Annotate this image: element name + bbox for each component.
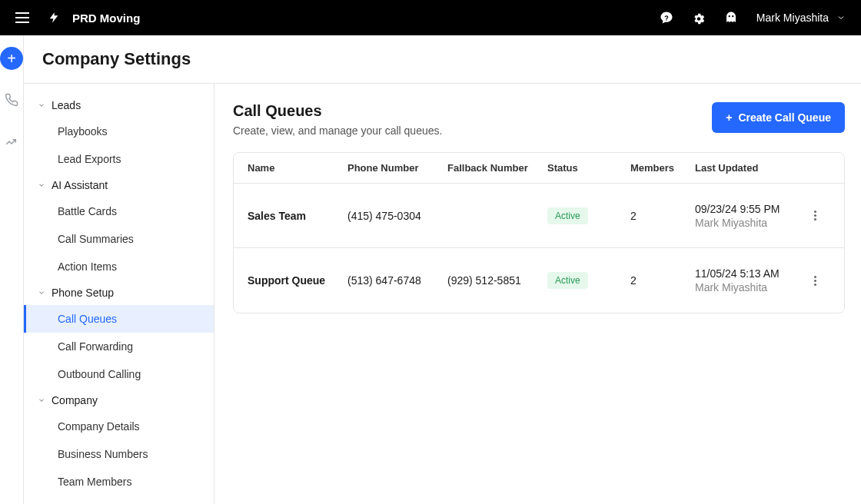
nav-item-team-members[interactable]: Team Members	[24, 468, 214, 496]
content-header: Company Settings	[24, 35, 861, 84]
nav-rail: +	[0, 35, 24, 504]
nav-item-company-details[interactable]: Company Details	[24, 413, 214, 440]
header-left: PRD Moving	[15, 10, 140, 25]
kebab-icon	[814, 276, 816, 286]
settings-gear-icon[interactable]	[692, 11, 706, 25]
nav-item-call-forwarding[interactable]: Call Forwarding	[24, 333, 214, 360]
rail-analytics[interactable]	[0, 130, 23, 153]
chart-up-icon	[5, 134, 18, 148]
page-body: + Company Settings LeadsPlaybooksLead Ex…	[0, 35, 861, 504]
bolt-logo-icon	[48, 10, 60, 25]
section-subtitle: Create, view, and manage your call queue…	[233, 124, 442, 137]
nav-item-action-items[interactable]: Action Items	[24, 253, 214, 280]
main-panel: Call Queues Create, view, and manage you…	[214, 84, 861, 504]
logo-wrap: PRD Moving	[48, 10, 140, 25]
nav-group-label: Leads	[52, 99, 81, 111]
status-badge: Active	[547, 272, 588, 289]
page-title: Company Settings	[42, 49, 845, 69]
cell-updated: 09/23/24 9:55 PMMark Miyashita	[695, 203, 800, 229]
col-phone: Phone Number	[347, 162, 447, 174]
updated-date: 09/23/24 9:55 PM	[695, 203, 800, 215]
col-status: Status	[547, 162, 630, 174]
cell-name: Support Queue	[248, 274, 347, 287]
cell-fallback: (929) 512-5851	[447, 274, 547, 287]
cell-phone: (513) 647-6748	[347, 274, 447, 287]
col-name: Name	[248, 162, 347, 174]
kebab-icon	[814, 211, 816, 220]
status-badge: Active	[547, 207, 588, 224]
rail-phone[interactable]	[0, 88, 23, 111]
row-actions-menu[interactable]	[800, 276, 830, 286]
nav-item-outbound-calling[interactable]: Outbound Calling	[24, 360, 214, 388]
nav-item-call-summaries[interactable]: Call Summaries	[24, 225, 214, 253]
nav-group-company[interactable]: Company	[24, 388, 214, 413]
ghost-icon[interactable]	[724, 11, 738, 25]
nav-group-phone-setup[interactable]: Phone Setup	[24, 280, 214, 305]
cell-phone: (415) 475-0304	[347, 210, 447, 222]
updated-by: Mark Miyashita	[695, 217, 800, 229]
col-members: Members	[630, 162, 695, 174]
nav-item-battle-cards[interactable]: Battle Cards	[24, 197, 214, 225]
user-menu[interactable]: Mark Miyashita	[756, 12, 846, 24]
row-actions-menu[interactable]	[800, 211, 830, 220]
chevron-down-icon	[38, 289, 45, 297]
add-button[interactable]: +	[0, 47, 23, 70]
nav-group-label: AI Assistant	[52, 179, 108, 191]
plus-icon: +	[726, 111, 732, 124]
nav-item-business-numbers[interactable]: Business Numbers	[24, 440, 214, 468]
call-queues-table: Name Phone Number Fallback Number Status…	[233, 152, 845, 313]
phone-icon	[5, 93, 18, 107]
table-header-row: Name Phone Number Fallback Number Status…	[234, 153, 844, 184]
cell-members: 2	[630, 210, 695, 222]
nav-group-label: Phone Setup	[52, 287, 114, 299]
col-fallback: Fallback Number	[447, 162, 547, 174]
section-title: Call Queues	[233, 102, 442, 120]
app-title: PRD Moving	[72, 12, 140, 25]
chevron-down-icon	[38, 181, 45, 189]
updated-date: 11/05/24 5:13 AM	[695, 267, 800, 280]
table-row[interactable]: Sales Team(415) 475-0304Active209/23/24 …	[234, 184, 844, 248]
nav-group-leads[interactable]: Leads	[24, 93, 214, 118]
nav-group-ai-assistant[interactable]: AI Assistant	[24, 173, 214, 197]
col-updated: Last Updated	[695, 162, 800, 174]
nav-item-lead-exports[interactable]: Lead Exports	[24, 145, 214, 173]
table-body: Sales Team(415) 475-0304Active209/23/24 …	[234, 184, 844, 313]
main-title-block: Call Queues Create, view, and manage you…	[233, 102, 442, 137]
menu-toggle-icon[interactable]	[15, 12, 29, 23]
chevron-down-icon	[836, 13, 846, 22]
table-row[interactable]: Support Queue(513) 647-6748(929) 512-585…	[234, 248, 844, 313]
cell-status: Active	[547, 272, 630, 289]
cell-name: Sales Team	[248, 210, 347, 222]
nav-item-playbooks[interactable]: Playbooks	[24, 118, 214, 145]
updated-by: Mark Miyashita	[695, 281, 800, 293]
chat-help-icon[interactable]	[660, 11, 673, 25]
cell-updated: 11/05/24 5:13 AMMark Miyashita	[695, 267, 800, 293]
header-right: Mark Miyashita	[660, 11, 846, 25]
main-header: Call Queues Create, view, and manage you…	[233, 102, 845, 137]
nav-group-label: Company	[52, 394, 98, 406]
settings-sidebar: LeadsPlaybooksLead ExportsAI AssistantBa…	[24, 84, 214, 504]
nav-item-call-queues[interactable]: Call Queues	[24, 305, 214, 333]
content-col: Company Settings LeadsPlaybooksLead Expo…	[24, 35, 861, 504]
chevron-down-icon	[38, 396, 45, 404]
chevron-down-icon	[38, 101, 45, 109]
body-row: LeadsPlaybooksLead ExportsAI AssistantBa…	[24, 84, 861, 504]
create-call-queue-button[interactable]: + Create Call Queue	[712, 102, 845, 133]
cell-members: 2	[630, 274, 695, 287]
user-name: Mark Miyashita	[756, 12, 829, 24]
cell-status: Active	[547, 207, 630, 224]
create-button-label: Create Call Queue	[738, 111, 831, 124]
top-header: PRD Moving Mark Miyashita	[0, 0, 861, 35]
